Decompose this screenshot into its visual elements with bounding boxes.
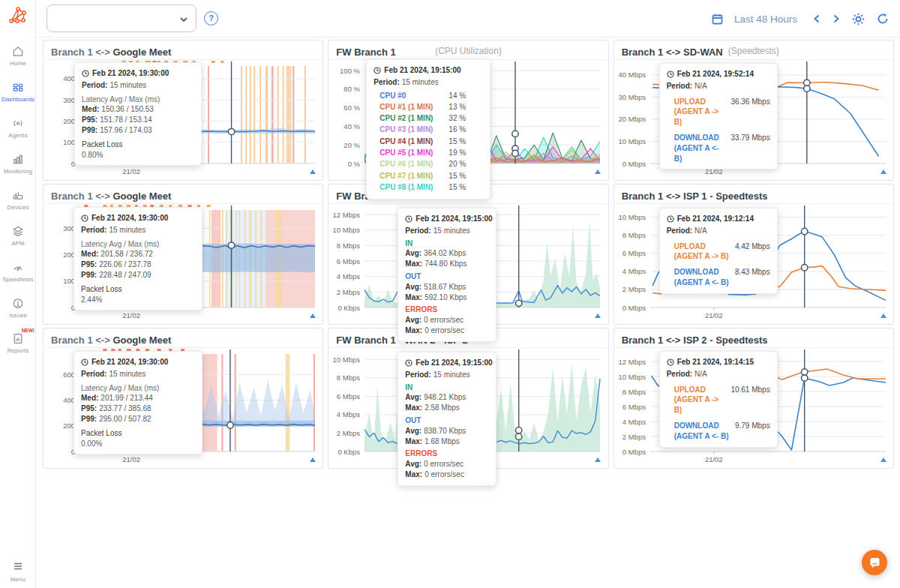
tooltip-timestamp: Feb 21 2024, 19:15:00 <box>405 214 489 224</box>
svg-text:4 Mbps: 4 Mbps <box>622 267 646 275</box>
refresh-icon[interactable] <box>876 12 890 26</box>
clock-icon <box>667 358 674 366</box>
sidebar-item-devices[interactable]: Devices <box>0 189 36 211</box>
svg-text:40 %: 40 % <box>344 122 361 130</box>
dashboards-icon <box>0 81 36 94</box>
issues-icon <box>0 297 36 310</box>
svg-text:21/02: 21/02 <box>705 455 723 464</box>
sidebar-item-apm[interactable]: APM <box>0 225 36 247</box>
svg-text:2 Mbps: 2 Mbps <box>622 285 646 293</box>
svg-text:10 Mbps: 10 Mbps <box>618 137 646 146</box>
svg-text:40 Mbps: 40 Mbps <box>618 70 646 79</box>
agents-icon <box>0 117 36 130</box>
svg-text:100 %: 100 % <box>340 67 360 75</box>
tooltip-timestamp: Feb 21 2024, 19:30:00 <box>81 357 195 368</box>
chart-tooltip: Feb 21 2024, 19:30:00 Period:15 minutes … <box>74 351 202 454</box>
svg-text:12 Mbps: 12 Mbps <box>618 358 646 366</box>
svg-text:100: 100 <box>63 138 75 146</box>
speedtests-icon <box>0 261 36 274</box>
svg-text:6 Mbps: 6 Mbps <box>622 403 646 411</box>
calendar-icon[interactable] <box>711 13 724 26</box>
chevron-right-icon[interactable] <box>832 14 841 24</box>
sidebar-item-issues[interactable]: Issues <box>0 297 36 319</box>
sidebar-item-reports[interactable]: NEW! Reports <box>0 332 36 354</box>
clock-icon <box>81 214 88 222</box>
home-icon <box>0 45 36 58</box>
svg-text:30 Mbps: 30 Mbps <box>618 93 646 101</box>
svg-text:8 Mbps: 8 Mbps <box>622 231 646 239</box>
chart-tooltip: Feb 21 2024, 19:15:00 Period:15 minutes … <box>366 59 490 200</box>
card-title: Branch 1 <-> Google Meet <box>44 184 322 204</box>
chart-card-isp2-speedtests: Branch 1 <-> ISP 2 - Speedtests 0 Mbps2 … <box>614 328 894 469</box>
dashboard-select[interactable] <box>46 4 196 32</box>
card-title: Branch 1 <-> ISP 2 - Speedtests <box>614 328 893 348</box>
tooltip-timestamp: Feb 21 2024, 19:30:00 <box>82 68 194 79</box>
clock-icon <box>667 215 674 223</box>
svg-text:21/02: 21/02 <box>122 455 140 464</box>
chart-card-google-meet-1: Branch 1 <-> Google Meet 010020030040021… <box>43 40 323 181</box>
svg-text:2 Mbps: 2 Mbps <box>337 429 360 437</box>
svg-text:300: 300 <box>63 96 75 104</box>
tooltip-timestamp: Feb 21 2024, 19:52:14 <box>667 69 770 80</box>
date-range-label[interactable]: Last 48 Hours <box>734 14 797 25</box>
svg-text:21/02: 21/02 <box>122 311 140 320</box>
sidebar-item-monitoring[interactable]: Monitoring <box>0 153 36 175</box>
svg-text:10 Mbps: 10 Mbps <box>333 356 361 364</box>
topbar: ? Last 48 Hours <box>36 0 900 38</box>
tooltip-timestamp: Feb 21 2024, 19:15:00 <box>405 358 489 368</box>
chart-tooltip: Feb 21 2024, 19:30:00 Period:15 minutes … <box>74 62 202 166</box>
apm-icon <box>0 225 36 238</box>
clock-icon <box>81 358 88 366</box>
tooltip-timestamp: Feb 21 2024, 19:14:15 <box>667 357 770 368</box>
sidebar-item-speedtests[interactable]: Speedtests <box>0 261 36 283</box>
svg-text:8 Mbps: 8 Mbps <box>337 374 360 382</box>
svg-text:8 Mbps: 8 Mbps <box>622 388 646 396</box>
sidebar-item-home[interactable]: Home <box>0 45 36 67</box>
svg-text:4 Mbps: 4 Mbps <box>337 410 360 418</box>
svg-text:6 Mbps: 6 Mbps <box>337 392 360 400</box>
svg-text:6 Mbps: 6 Mbps <box>622 249 646 257</box>
menu-icon <box>0 561 36 574</box>
clock-icon <box>405 215 412 223</box>
tooltip-timestamp: Feb 21 2024, 19:15:00 <box>374 65 483 76</box>
sidebar-item-menu[interactable]: Menu <box>0 561 36 583</box>
svg-text:4 Mbps: 4 Mbps <box>622 418 646 426</box>
chart-card-isp1-speedtests: Branch 1 <-> ISP 1 - Speedtests 0 Mbps2 … <box>614 184 894 325</box>
chat-bubble-icon <box>868 556 881 569</box>
chart-card-google-meet-3: Branch 1 <-> Google Meet 020040060021/02… <box>43 328 323 469</box>
svg-text:0 Mbps: 0 Mbps <box>622 448 646 456</box>
svg-text:200: 200 <box>63 117 75 125</box>
app-logo[interactable] <box>8 6 28 26</box>
help-icon[interactable]: ? <box>204 11 218 26</box>
card-title: Branch 1 <-> Google Meet <box>44 328 322 348</box>
settings-gear-icon[interactable] <box>851 12 866 26</box>
sidebar-item-dashboards[interactable]: Dashboards <box>0 81 36 103</box>
svg-text:21/02: 21/02 <box>122 167 140 176</box>
svg-text:2 Mbps: 2 Mbps <box>337 288 360 296</box>
svg-text:10 Mbps: 10 Mbps <box>333 226 361 234</box>
svg-text:0 Mbps: 0 Mbps <box>622 160 646 168</box>
sidebar: Home Dashboards Agents Monitoring Device… <box>0 0 36 588</box>
svg-text:400: 400 <box>63 74 75 82</box>
clock-icon <box>405 359 412 367</box>
chart-tooltip: Feb 21 2024, 19:12:14 Period:N/A UPLOAD … <box>659 208 778 294</box>
card-title: Branch 1 <-> SD-WAN (Speedtests) <box>614 40 893 60</box>
svg-text:6 Mbps: 6 Mbps <box>337 257 360 266</box>
svg-text:2 Mbps: 2 Mbps <box>622 433 646 441</box>
reports-icon <box>0 332 36 345</box>
svg-text:10 Mbps: 10 Mbps <box>618 373 646 381</box>
svg-text:0 Kbps: 0 Kbps <box>338 448 361 456</box>
sidebar-item-agents[interactable]: Agents <box>0 117 36 139</box>
clock-icon <box>374 67 381 74</box>
tooltip-timestamp: Feb 21 2024, 19:12:14 <box>667 214 770 224</box>
chevron-down-icon <box>179 15 188 24</box>
chevron-left-icon[interactable] <box>812 14 821 24</box>
svg-text:8 Mbps: 8 Mbps <box>337 242 360 250</box>
tooltip-timestamp: Feb 21 2024, 19:30:00 <box>81 213 195 224</box>
devices-icon <box>0 189 36 202</box>
svg-text:4 Mbps: 4 Mbps <box>337 272 360 280</box>
chat-button[interactable] <box>862 550 887 575</box>
chart-card-sdwan-speedtests: Branch 1 <-> SD-WAN (Speedtests) 0 Mbps1… <box>614 40 894 181</box>
svg-text:12 Mbps: 12 Mbps <box>333 211 361 219</box>
new-badge: NEW! <box>22 328 34 333</box>
